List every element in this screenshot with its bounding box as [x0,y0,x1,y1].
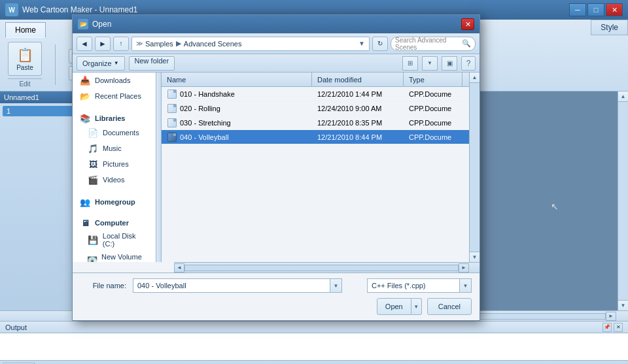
cancel-button[interactable]: Cancel [427,298,472,315]
file-date-handshake: 12/21/2010 1:44 PM [312,90,404,98]
file-type-dropdown-btn[interactable]: ▼ [460,278,472,293]
file-date-volleyball: 12/21/2010 8:44 PM [312,133,404,141]
up-button[interactable]: ↑ [113,37,129,51]
ribbon-group-label: Edit [8,78,42,88]
dialog-buttons: Open ▼ Cancel [80,298,472,315]
nav-music[interactable]: 🎵 Music [73,141,156,156]
vscroll-track [618,102,628,300]
hscroll-right-btn[interactable]: ► [606,312,616,321]
nav-homegroup[interactable]: 👥 Homegroup [73,193,156,208]
nav-spacer-2 [73,188,156,193]
file-name-volleyball: 040 - Volleyball [162,133,312,142]
libraries-icon: 📚 [79,113,91,124]
breadcrumb-bar: ≫ Samples ▶ Advanced Scenes ▼ [131,37,370,51]
organize-dropdown-arrow: ▼ [114,60,119,66]
paste-button[interactable]: 📋 Paste [8,42,42,76]
app-close-button[interactable]: ✕ [606,3,623,16]
ribbon-separator [55,44,56,85]
output-content [0,333,628,360]
search-icon[interactable]: 🔍 [462,39,471,48]
nav-libraries-header[interactable]: 📚 Libraries [73,109,156,125]
nav-documents[interactable]: 📄 Documents [73,125,156,141]
nav-computer-header[interactable]: 🖥 Computer [73,214,156,229]
dialog-hscroll: ◄ ► [174,262,480,273]
dialog-hscroll-right[interactable]: ► [459,263,469,273]
open-button[interactable]: Open [377,298,411,315]
dialog-hscroll-left[interactable]: ◄ [174,263,184,273]
dialog-nav-panel: 📥 Downloads 📂 Recent Places 📚 Libraries [73,73,162,262]
col-header-name[interactable]: Name [162,73,312,86]
view-dropdown-btn[interactable]: ▼ [422,56,438,71]
file-icon-stretching [167,118,177,127]
dialog-bottom: File name: ▼ C++ Files (*.cpp) ▼ Open ▼ [73,273,480,320]
file-name-stretching: 030 - Stretching [162,118,312,127]
vscroll-up-btn[interactable]: ▲ [618,91,628,102]
file-vscroll-up[interactable]: ▲ [470,73,480,83]
nav-local-disk-c[interactable]: 💾 Local Disk (C:) [73,229,156,250]
scene-panel-header: Unnamed1 [0,91,77,103]
cursor-indicator: ↖ [551,201,559,212]
new-folder-button[interactable]: New folder [129,56,175,71]
app-icon: W [5,3,18,16]
refresh-button[interactable]: ↻ [372,37,388,51]
file-list-scroll: Name Date modified Type 010 - Handshake … [162,73,469,262]
file-row-volleyball[interactable]: 040 - Volleyball 12/21/2010 8:44 PM CPP.… [162,130,469,144]
back-button[interactable]: ◄ [77,37,92,51]
nav-scrollbar[interactable] [156,73,161,262]
output-pin-btn[interactable]: 📌 [602,323,612,332]
file-type-placeholder: C++ Files (*.cpp) ▼ [367,278,472,293]
col-header-type[interactable]: Type [404,73,462,86]
nav-pictures[interactable]: 🖼 Pictures [73,156,156,172]
output-close-btn[interactable]: ✕ [614,323,623,332]
maximize-button[interactable]: □ [587,3,604,16]
nav-downloads[interactable]: 📥 Downloads [73,73,156,88]
minimize-button[interactable]: ─ [569,3,586,16]
tab-home[interactable]: Home [5,22,46,38]
open-button-arrow[interactable]: ▼ [411,298,422,315]
breadcrumb-dropdown-arrow[interactable]: ▼ [358,40,365,47]
forward-button[interactable]: ► [95,37,111,51]
nav-spacer-1 [73,104,156,109]
nav-videos[interactable]: 🎬 Videos [73,172,156,188]
pictures-icon: 🖼 [87,159,99,169]
file-name-input[interactable] [133,278,330,293]
organize-button[interactable]: Organize ▼ [77,56,125,71]
videos-icon: 🎬 [87,174,99,185]
app-vscroll[interactable]: ▲ ▼ [618,91,628,310]
col-header-date[interactable]: Date modified [312,73,404,86]
preview-btn[interactable]: ▣ [442,56,457,71]
file-icon-img-volleyball [167,133,177,142]
dialog-nav-content: 📥 Downloads 📂 Recent Places 📚 Libraries [73,73,156,262]
file-vscroll-down[interactable]: ▼ [470,252,480,262]
new-volume-icon: 💽 [87,256,97,262]
dialog-close-button[interactable]: ✕ [461,18,474,30]
file-list-header: Name Date modified Type [162,73,469,87]
view-toggle-btn[interactable]: ⊞ [402,56,418,71]
app-titlebar-controls: ─ □ ✕ [569,3,623,16]
file-type-stretching: CPP.Docume [404,119,469,127]
vscroll-down-btn[interactable]: ▼ [618,300,628,310]
file-row-rolling[interactable]: 020 - Rolling 12/24/2010 9:00 AM CPP.Doc… [162,101,469,116]
breadcrumb-advanced-scenes[interactable]: Advanced Scenes [184,40,242,48]
dialog-fields-row1: File name: ▼ C++ Files (*.cpp) ▼ [80,278,472,293]
nav-new-volume-e[interactable]: 💽 New Volume (E:… [73,250,156,262]
file-row-stretching[interactable]: 030 - Stretching 12/21/2010 8:35 PM CPP.… [162,116,469,130]
dialog-toolbar: Organize ▼ New folder ⊞ ▼ ▣ ? [73,54,480,73]
file-row-handshake[interactable]: 010 - Handshake 12/21/2010 1:44 PM CPP.D… [162,87,469,101]
recent-places-icon: 📂 [79,91,91,101]
documents-icon: 📄 [87,127,99,138]
open-button-group: Open ▼ [377,298,422,315]
tab-style[interactable]: Style [591,20,628,35]
scene-item-1[interactable]: 1 [3,106,74,116]
nav-recent-places[interactable]: 📂 Recent Places [73,88,156,104]
file-name-label: File name: [80,282,126,290]
file-icon-img-handshake [167,90,177,99]
output-controls: 📌 ✕ [602,323,623,332]
file-list-vscroll[interactable]: ▲ ▼ [469,73,480,262]
file-name-dropdown-btn[interactable]: ▼ [330,278,342,293]
file-list-wrapper: Name Date modified Type 010 - Handshake … [162,73,480,262]
music-icon: 🎵 [87,143,99,154]
help-button[interactable]: ? [461,56,476,71]
breadcrumb-arrow-1: ▶ [176,39,181,48]
breadcrumb-samples[interactable]: Samples [145,40,173,48]
